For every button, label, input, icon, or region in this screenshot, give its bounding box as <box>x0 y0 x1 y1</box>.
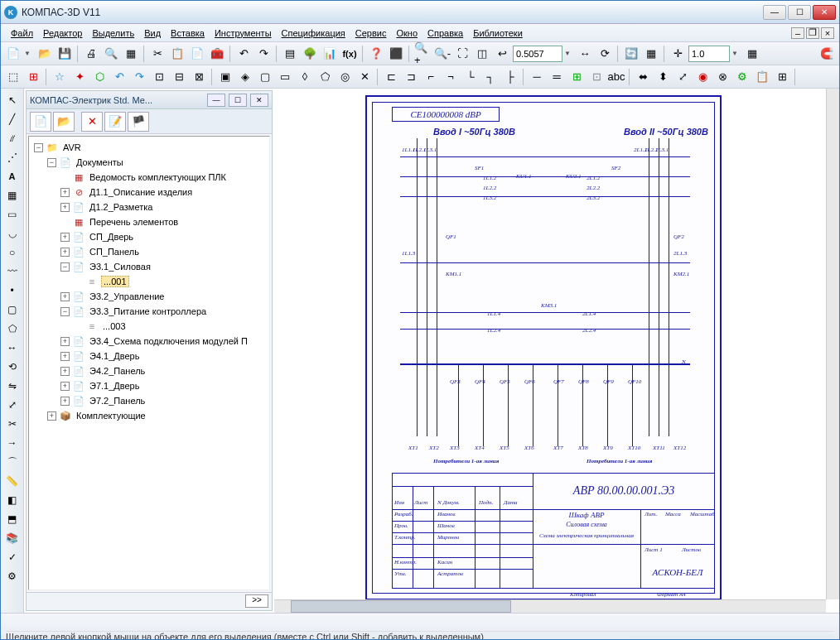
lt-point[interactable]: • <box>4 282 21 299</box>
eb5[interactable]: ⬡ <box>90 68 109 86</box>
minimize-button[interactable]: — <box>763 5 786 20</box>
zoom-prev-button[interactable]: ↩ <box>493 45 511 63</box>
lt-arc[interactable]: ◡ <box>4 225 21 242</box>
lt-move[interactable]: ↔ <box>4 339 21 356</box>
tree-node[interactable]: ▦Перечень элементов <box>31 214 268 229</box>
expand-icon[interactable]: + <box>60 188 70 197</box>
eb26[interactable]: ⊞ <box>567 68 586 86</box>
eb36[interactable]: ⊞ <box>773 68 791 86</box>
menu-tools[interactable]: Инструменты <box>210 26 277 40</box>
expand-icon[interactable]: + <box>60 292 70 301</box>
tree-node[interactable]: +📄Э3.2_Управление <box>31 289 268 304</box>
expand-icon[interactable]: − <box>60 307 70 316</box>
tree-node[interactable]: +📄СП_Панель <box>31 244 268 259</box>
lt-cursor[interactable]: ↖ <box>4 92 21 108</box>
expand-icon[interactable]: + <box>60 337 70 346</box>
eb15[interactable]: ◎ <box>336 68 354 86</box>
lt-lib[interactable]: 📚 <box>4 530 21 546</box>
tree-node[interactable]: +📦Комплектующие <box>31 408 268 423</box>
lt-check[interactable]: ✓ <box>4 549 21 565</box>
zoom-input[interactable] <box>513 46 562 62</box>
pt-del[interactable]: ✕ <box>81 112 103 132</box>
eb-undo[interactable]: ↶ <box>110 68 128 86</box>
pt-new[interactable]: 📄 <box>30 112 51 132</box>
eb3[interactable]: ☆ <box>51 68 69 86</box>
menu-edit[interactable]: Редактор <box>38 26 87 40</box>
lt-fillet[interactable]: ⌒ <box>4 454 21 470</box>
lt-circle[interactable]: ○ <box>4 244 21 261</box>
undo-button[interactable]: ↶ <box>234 45 253 63</box>
eb14[interactable]: ⬠ <box>316 68 334 86</box>
expand-icon[interactable]: + <box>60 367 70 376</box>
pt-open[interactable]: 📂 <box>53 112 75 132</box>
eb23[interactable]: ├ <box>501 68 519 86</box>
tree-node[interactable]: ≡...003 <box>31 319 268 334</box>
lt-spline[interactable]: 〰 <box>4 263 21 280</box>
eb24[interactable]: ─ <box>528 68 546 86</box>
eb8[interactable]: ⊠ <box>190 68 208 86</box>
rotate-button[interactable]: ⟳ <box>596 45 614 63</box>
new-button[interactable]: 📄 <box>4 45 22 63</box>
mdi-close[interactable]: × <box>821 27 834 39</box>
lt-measure[interactable]: 📏 <box>4 473 21 489</box>
project-tree[interactable]: −📁AVR−📄Документы▦Ведомость комплектующих… <box>28 136 270 590</box>
expand-icon[interactable]: − <box>34 143 43 152</box>
eb20[interactable]: ¬ <box>442 68 460 86</box>
spec-button[interactable]: ▦ <box>122 45 140 63</box>
vars-button[interactable]: 📊 <box>321 45 339 63</box>
eb4[interactable]: ✦ <box>70 68 89 86</box>
tree-button[interactable]: 🌳 <box>301 45 319 63</box>
expand-icon[interactable]: + <box>60 382 70 391</box>
redraw-button[interactable]: 🔄 <box>622 45 640 63</box>
save-button[interactable]: 💾 <box>56 45 74 63</box>
lt-text[interactable]: A <box>4 168 21 185</box>
expand-icon[interactable]: − <box>60 262 70 272</box>
mdi-restore[interactable]: ❐ <box>806 27 819 39</box>
expand-icon[interactable]: + <box>60 233 70 242</box>
eb6[interactable]: ⊡ <box>150 68 168 86</box>
zoom-in-button[interactable]: 🔍+ <box>413 45 432 63</box>
menu-spec[interactable]: Спецификация <box>277 26 350 40</box>
eb35[interactable]: 📋 <box>753 68 771 86</box>
tree-node[interactable]: +📄Э4.1_Дверь <box>31 349 268 363</box>
menu-file[interactable]: Файл <box>6 26 38 40</box>
grid-button[interactable]: ▦ <box>743 45 761 63</box>
pan-button[interactable]: ↔ <box>576 45 594 63</box>
snap-button[interactable]: ✛ <box>669 45 687 63</box>
panel-min[interactable]: — <box>207 94 225 107</box>
lt-frame[interactable]: ▭ <box>4 206 21 223</box>
eb17[interactable]: ⊏ <box>382 68 400 86</box>
print-button[interactable]: 🖨 <box>82 45 100 63</box>
eb16[interactable]: ✕ <box>355 68 374 86</box>
tree-node[interactable]: −📄Э3.3_Питание контроллера <box>31 304 268 319</box>
lt-props[interactable]: ⚙ <box>4 568 21 585</box>
eb2[interactable]: ⊞ <box>24 68 42 86</box>
expand-icon[interactable]: + <box>60 203 70 212</box>
lt-line[interactable]: ╱ <box>4 111 21 128</box>
eb25[interactable]: ═ <box>548 68 566 86</box>
menu-libraries[interactable]: Библиотеки <box>468 26 528 40</box>
expand-icon[interactable]: + <box>47 411 56 421</box>
menu-service[interactable]: Сервис <box>350 26 392 40</box>
panel-more-button[interactable]: >> <box>245 594 268 608</box>
lt-rotate[interactable]: ⟲ <box>4 358 21 375</box>
tree-node[interactable]: −📁AVR <box>31 140 268 155</box>
props-button[interactable]: 🧰 <box>208 45 226 63</box>
tree-node[interactable]: +📄Д1.2_Разметка <box>31 200 268 214</box>
lt-mirror[interactable]: ⇋ <box>4 378 21 394</box>
preview-button[interactable]: 🔍 <box>102 45 120 63</box>
tree-node[interactable]: −📄Э3.1_Силовая <box>31 259 268 274</box>
tree-node[interactable]: +📄СП_Дверь <box>31 229 268 244</box>
lt-trim[interactable]: ✂ <box>4 416 21 432</box>
menu-help[interactable]: Справка <box>422 26 468 40</box>
zoom-fit-button[interactable]: ⛶ <box>453 45 471 63</box>
expand-icon[interactable]: + <box>60 397 70 406</box>
maximize-button[interactable]: ☐ <box>788 5 811 20</box>
eb13[interactable]: ◊ <box>296 68 314 86</box>
eb32[interactable]: ◉ <box>693 68 712 86</box>
lt-poly[interactable]: ⬠ <box>4 320 21 337</box>
tree-node[interactable]: ▦Ведомость комплектующих ПЛК <box>31 170 268 185</box>
lt-scale[interactable]: ⤢ <box>4 397 21 413</box>
tree-node[interactable]: +📄Э7.2_Панель <box>31 393 268 408</box>
fx-button[interactable]: f(x) <box>340 45 359 63</box>
